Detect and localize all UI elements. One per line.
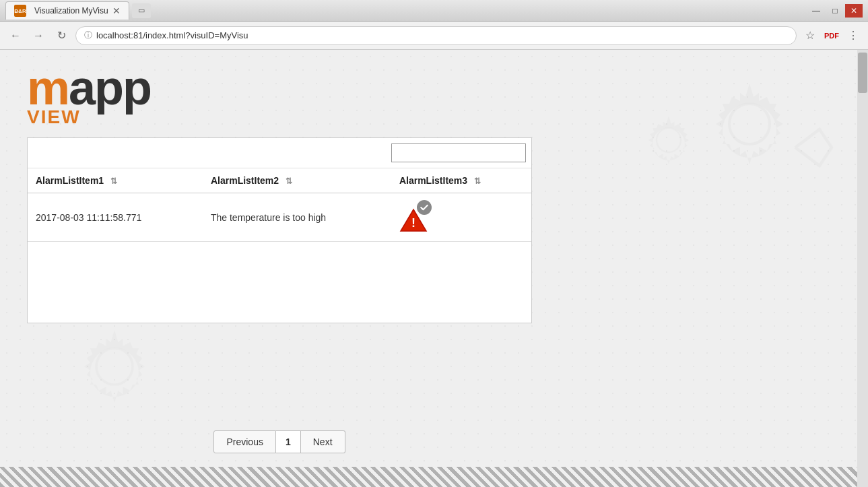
back-button[interactable]: ← xyxy=(7,27,24,44)
tab-close-button[interactable]: ✕ xyxy=(112,5,121,16)
col1-header[interactable]: AlarmListItem1 ⇅ xyxy=(28,168,203,193)
alarm-search-input[interactable] xyxy=(391,143,526,162)
alarm-status-icon: ! xyxy=(399,200,432,232)
browser-titlebar: B&R Visualization MyVisu ✕ ▭ — □ ✕ xyxy=(0,0,868,22)
scrollbar-thumb[interactable] xyxy=(858,53,867,93)
menu-button[interactable]: ⋮ xyxy=(845,28,861,44)
svg-text:!: ! xyxy=(411,216,415,230)
window-maximize-button[interactable]: □ xyxy=(826,4,844,18)
pagination: Previous 1 Next xyxy=(27,430,532,453)
alarm-datetime: 2017-08-03 11:11:58.771 xyxy=(28,193,203,242)
refresh-button[interactable]: ↻ xyxy=(53,27,70,44)
logo-app: app xyxy=(69,61,151,115)
logo-mapp: mapp xyxy=(27,63,151,112)
nav-right-icons: ☆ PDF ⋮ xyxy=(802,28,861,44)
bottom-stripe-decoration xyxy=(0,467,857,487)
col2-sort-icon[interactable]: ⇅ xyxy=(286,176,292,186)
alarm-table: AlarmListItem1 ⇅ AlarmListItem2 ⇅ AlarmL… xyxy=(28,168,531,323)
browser-window-controls: — □ ✕ xyxy=(807,4,863,18)
browser-tab[interactable]: B&R Visualization MyVisu ✕ xyxy=(5,1,129,20)
logo-area: mapp VIEW xyxy=(27,63,151,128)
window-close-button[interactable]: ✕ xyxy=(845,4,863,18)
alarm-search-row xyxy=(28,138,531,168)
browser-favicon: B&R xyxy=(14,5,26,17)
bookmark-button[interactable]: ☆ xyxy=(802,28,818,44)
new-tab-button[interactable]: ▭ xyxy=(132,3,151,18)
alarm-message: The temperature is too high xyxy=(203,193,391,242)
lock-icon: ⓘ xyxy=(84,30,92,41)
col3-sort-icon[interactable]: ⇅ xyxy=(474,176,481,186)
tab-title: Visualization MyVisu xyxy=(34,6,108,15)
pdf-button[interactable]: PDF xyxy=(824,28,840,44)
table-row: 2017-08-03 11:11:58.771 The temperature … xyxy=(28,193,531,242)
scrollbar[interactable] xyxy=(857,50,868,487)
browser-content: mapp VIEW AlarmListItem1 ⇅ xyxy=(0,50,868,487)
alarm-status-icon-cell: ! xyxy=(391,193,531,242)
table-header-row: AlarmListItem1 ⇅ AlarmListItem2 ⇅ AlarmL… xyxy=(28,168,531,193)
col3-header[interactable]: AlarmListItem3 ⇅ xyxy=(391,168,531,193)
browser-navbar: ← → ↻ ⓘ localhost:81/index.html?visuID=M… xyxy=(0,22,868,50)
next-button[interactable]: Next xyxy=(301,430,345,453)
alarm-container: AlarmListItem1 ⇅ AlarmListItem2 ⇅ AlarmL… xyxy=(27,137,532,323)
page-number: 1 xyxy=(276,430,301,453)
table-empty-row xyxy=(28,242,531,323)
forward-button[interactable]: → xyxy=(30,27,47,44)
previous-button[interactable]: Previous xyxy=(213,430,275,453)
url-text: localhost:81/index.html?visuID=MyVisu xyxy=(96,30,248,40)
check-circle-icon xyxy=(417,200,432,215)
col2-header[interactable]: AlarmListItem2 ⇅ xyxy=(203,168,391,193)
col1-sort-icon[interactable]: ⇅ xyxy=(110,176,117,186)
address-bar[interactable]: ⓘ localhost:81/index.html?visuID=MyVisu xyxy=(75,26,797,45)
window-minimize-button[interactable]: — xyxy=(807,4,825,18)
page-content: mapp VIEW AlarmListItem1 ⇅ xyxy=(0,50,857,487)
